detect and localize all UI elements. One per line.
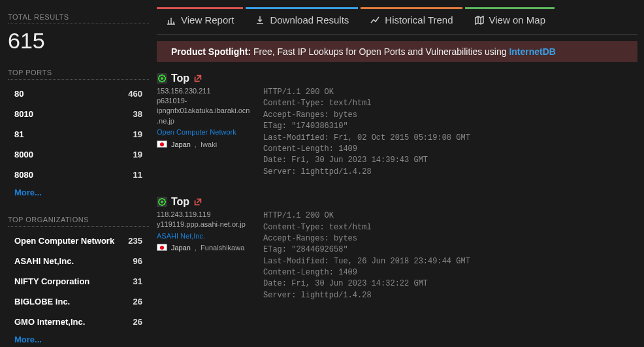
favicon-icon [157, 197, 167, 207]
facet-row[interactable]: 801038 [8, 104, 149, 124]
facet-row[interactable]: BIGLOBE Inc.26 [8, 291, 149, 312]
facet-row-count: 26 [133, 297, 142, 306]
chart-icon [166, 15, 176, 25]
sidebar: TOTAL RESULTS 615 TOP PORTS 804608010388… [0, 0, 157, 347]
result-city[interactable]: Iwaki [201, 140, 217, 148]
result: Top153.156.230.211p631019-ipngnfx01akatu… [157, 73, 637, 178]
results: Top153.156.230.211p631019-ipngnfx01akatu… [157, 62, 637, 301]
result-meta: Top153.156.230.211p631019-ipngnfx01akatu… [157, 73, 251, 178]
tab-download-results[interactable]: Download Results [246, 7, 358, 32]
facet-row-count: 31 [133, 276, 142, 286]
result-org-link[interactable]: ASAHI Net,Inc. [157, 231, 251, 241]
result-title-link[interactable]: Top [171, 196, 189, 208]
external-link-icon[interactable] [193, 197, 202, 207]
tab-label: View Report [181, 14, 234, 25]
facet-row-count: 26 [133, 317, 142, 327]
facet-row[interactable]: 800019 [8, 144, 149, 165]
flag-icon [157, 244, 167, 251]
facet-row-count: 96 [133, 256, 142, 266]
tab-view-on-map[interactable]: View on Map [465, 7, 555, 32]
facet-row-label: Open Computer Network [14, 236, 114, 246]
facet-row[interactable]: Open Computer Network235 [8, 231, 149, 251]
facet-row-count: 235 [128, 236, 142, 246]
external-link-icon[interactable] [193, 74, 202, 83]
tabs: View Report Download Results Historical … [157, 9, 637, 35]
result-ip[interactable]: 118.243.119.119 [157, 210, 251, 218]
tab-label: Historical Trend [385, 14, 453, 25]
result-ip[interactable]: 153.156.230.211 [157, 87, 251, 95]
totals-value: 615 [8, 29, 149, 52]
favicon-icon [157, 73, 167, 84]
tab-label: Download Results [270, 14, 349, 25]
result-hostname: y119119.ppp.asahi-net.or.jp [157, 220, 251, 229]
spotlight-banner: Product Spotlight: Free, Fast IP Lookups… [157, 41, 637, 62]
facet-ports-title: TOP PORTS [8, 69, 149, 80]
result-title-link[interactable]: Top [171, 73, 189, 84]
spotlight-link[interactable]: InternetDB [509, 46, 556, 57]
download-icon [255, 15, 265, 25]
result-hostname: p631019-ipngnfx01akatuka.ibaraki.ocn.ne.… [157, 96, 251, 126]
facet-row-count: 460 [128, 89, 142, 99]
tab-label: View on Map [489, 14, 545, 25]
facet-orgs-title: TOP ORGANIZATIONS [8, 216, 149, 227]
result-raw: HTTP/1.1 200 OK Content-Type: text/html … [263, 73, 637, 178]
facet-row-label: 8000 [14, 150, 33, 159]
facet-row-label: 80 [14, 89, 24, 99]
result-meta: Top118.243.119.119y119119.ppp.asahi-net.… [157, 196, 251, 301]
facet-row-count: 11 [133, 170, 142, 180]
facet-row-label: 81 [14, 129, 24, 139]
tab-historical-trend[interactable]: Historical Trend [361, 7, 462, 32]
facet-row[interactable]: 8119 [8, 124, 149, 144]
map-icon [474, 15, 485, 25]
facet-row-label: 8010 [14, 109, 33, 119]
totals-label: TOTAL RESULTS [8, 13, 149, 24]
facet-row[interactable]: 808011 [8, 165, 149, 185]
facet-row-count: 19 [133, 129, 142, 139]
result-country[interactable]: Japan [171, 244, 191, 252]
totals-block: TOTAL RESULTS 615 [8, 13, 149, 52]
spotlight-text: Free, Fast IP Lookups for Open Ports and… [251, 46, 509, 57]
facet-row[interactable]: GMO Internet,Inc.26 [8, 312, 149, 332]
facet-ports-more[interactable]: More... [8, 185, 48, 200]
facet-row-label: GMO Internet,Inc. [14, 317, 85, 327]
facet-row-label: NIFTY Corporation [14, 276, 89, 286]
facet-row-label: 8080 [14, 170, 33, 180]
facet-row[interactable]: ASAHI Net,Inc.96 [8, 251, 149, 271]
facet-orgs-more[interactable]: More... [8, 332, 48, 347]
facet-row-label: ASAHI Net,Inc. [14, 256, 74, 266]
facet-orgs: TOP ORGANIZATIONS Open Computer Network2… [8, 216, 149, 347]
facet-row-count: 38 [133, 109, 142, 119]
facet-row[interactable]: 80460 [8, 84, 149, 104]
tab-view-report[interactable]: View Report [157, 7, 243, 32]
result-country[interactable]: Japan [171, 140, 191, 148]
facet-row-label: BIGLOBE Inc. [14, 297, 70, 306]
result-org-link[interactable]: Open Computer Network [157, 127, 251, 137]
spotlight-label: Product Spotlight: [171, 46, 251, 57]
facet-row[interactable]: NIFTY Corporation31 [8, 271, 149, 291]
trend-icon [370, 15, 380, 25]
facet-row-count: 19 [133, 150, 142, 159]
flag-icon [157, 140, 167, 148]
main: View Report Download Results Historical … [157, 0, 644, 347]
result-city[interactable]: Funaishikawa [201, 244, 244, 252]
facet-ports: TOP PORTS 804608010388119800019808011 Mo… [8, 69, 149, 200]
result-raw: HTTP/1.1 200 OK Content-Type: text/html … [263, 196, 637, 301]
result: Top118.243.119.119y119119.ppp.asahi-net.… [157, 196, 637, 301]
